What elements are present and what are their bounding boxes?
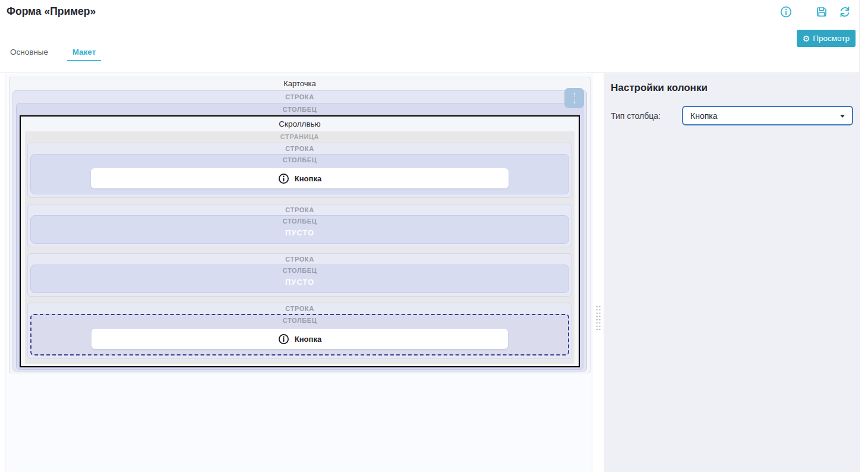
- inner-row-1[interactable]: СТРОКА СТОЛБЕЦ: [27, 143, 572, 198]
- inner-row-3[interactable]: СТРОКА СТОЛБЕЦ ПУСТО: [27, 253, 572, 297]
- inner-row-2[interactable]: СТРОКА СТОЛБЕЦ ПУСТО: [27, 204, 572, 247]
- column-settings-panel: Настройки колонки Тип столбца: Кнопка: [604, 73, 859, 472]
- splitter-grip[interactable]: [595, 305, 601, 331]
- column-label: СТОЛБЕЦ: [36, 155, 564, 165]
- right-scrollbar-track[interactable]: [859, 0, 868, 472]
- tab-layout[interactable]: Макет: [67, 48, 101, 61]
- inner-column-4-selected[interactable]: СТОЛБЕЦ: [30, 314, 569, 355]
- button-widget-label: Кнопка: [295, 335, 321, 344]
- column-label: СТОЛБЕЦ: [20, 104, 580, 115]
- drag-handle[interactable]: ↑ ↓: [564, 88, 584, 108]
- card-label: Карточка: [12, 77, 587, 90]
- gear-icon: ⚙: [803, 34, 810, 43]
- save-icon[interactable]: [815, 5, 828, 18]
- empty-placeholder: ПУСТО: [36, 276, 564, 287]
- column-label: СТОЛБЕЦ: [36, 216, 564, 226]
- header: Форма «Пример»: [0, 0, 868, 73]
- layout-canvas: Карточка ↑ ↓ СТРОКА СТОЛБЕЦ Скроллвью СТ…: [5, 73, 592, 472]
- column-label: СТОЛБЕЦ: [36, 266, 564, 276]
- splitter-gutter: [592, 73, 604, 472]
- row-label: СТРОКА: [30, 304, 569, 314]
- empty-placeholder: ПУСТО: [36, 226, 564, 238]
- row-label: СТРОКА: [30, 205, 569, 215]
- info-icon: [278, 173, 289, 184]
- column-label: СТОЛБЕЦ: [36, 316, 563, 326]
- row-label: СТРОКА: [30, 144, 569, 154]
- outer-column[interactable]: СТОЛБЕЦ Скроллвью СТРАНИЦА СТРОКА СТОЛБЕ…: [16, 103, 583, 370]
- page-title: Форма «Пример»: [7, 5, 96, 18]
- button-widget[interactable]: Кнопка: [91, 168, 508, 188]
- info-icon[interactable]: [779, 5, 793, 18]
- tab-general[interactable]: Основные: [10, 48, 48, 56]
- inner-row-4[interactable]: СТРОКА СТОЛБЕЦ: [27, 303, 572, 359]
- scrollview-container[interactable]: Скроллвью СТРАНИЦА СТРОКА СТОЛБЕЦ: [20, 115, 580, 367]
- inner-column-1[interactable]: СТОЛБЕЦ: [30, 154, 569, 194]
- inner-column-2[interactable]: СТОЛБЕЦ ПУСТО: [30, 215, 569, 244]
- button-widget-label: Кнопка: [295, 174, 321, 183]
- row-label: СТРОКА: [30, 254, 569, 265]
- column-type-select[interactable]: Кнопка: [682, 106, 853, 125]
- outer-row[interactable]: СТРОКА СТОЛБЕЦ Скроллвью СТРАНИЦА СТРОКА…: [12, 90, 587, 372]
- row-label: СТРОКА: [16, 92, 583, 103]
- page-container[interactable]: СТРАНИЦА СТРОКА СТОЛБЕЦ: [25, 131, 575, 364]
- refresh-icon[interactable]: [838, 5, 851, 18]
- preview-button-label: Просмотр: [813, 34, 850, 43]
- header-actions: [779, 5, 851, 18]
- card-container[interactable]: Карточка ↑ ↓ СТРОКА СТОЛБЕЦ Скроллвью СТ…: [9, 77, 591, 373]
- column-type-label: Тип столбца:: [611, 111, 682, 121]
- info-icon: [278, 333, 289, 345]
- main-area: Карточка ↑ ↓ СТРОКА СТОЛБЕЦ Скроллвью СТ…: [0, 73, 859, 472]
- page-label: СТРАНИЦА: [27, 131, 573, 143]
- arrow-down-icon: ↓: [573, 98, 576, 105]
- preview-button[interactable]: ⚙ Просмотр: [797, 30, 856, 47]
- scrollview-label: Скроллвью: [25, 117, 575, 131]
- column-type-value: Кнопка: [690, 111, 717, 121]
- button-widget[interactable]: Кнопка: [91, 329, 508, 349]
- column-type-field-row: Тип столбца: Кнопка: [611, 106, 853, 125]
- settings-panel-title: Настройки колонки: [611, 82, 853, 94]
- inner-column-3[interactable]: СТОЛБЕЦ ПУСТО: [30, 265, 569, 293]
- chevron-down-icon: [840, 115, 845, 118]
